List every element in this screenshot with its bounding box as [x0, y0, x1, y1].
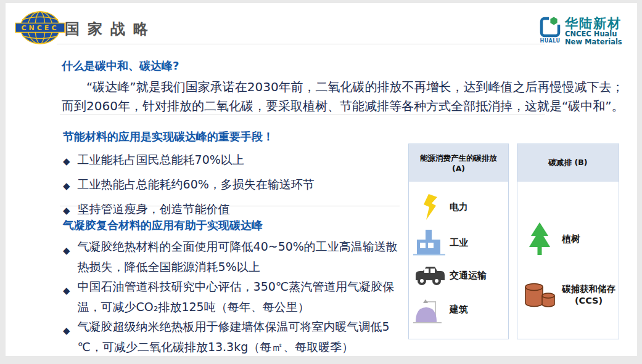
panel-item-label: 交通运输 — [450, 270, 487, 281]
diamond-bullet-icon: ◆ — [63, 201, 70, 218]
list-item: 碳捕获和储存 (CCS) — [517, 281, 619, 309]
list-item: ◆ 气凝胶绝热材料的全面使用可降低40~50%的工业高温输送散热损失，降低全国能… — [63, 237, 403, 277]
hualu-name-en-2: New Materials — [565, 38, 622, 46]
car-icon — [409, 266, 450, 286]
diamond-bullet-icon: ◆ — [63, 237, 70, 261]
list-item: ◆ 工业热能占总能耗约60%，多损失在输送环节 — [63, 177, 408, 193]
panel-item-label: 工业 — [450, 237, 468, 249]
bullet-text: 工业热能占总能耗约60%，多损失在输送环节 — [78, 177, 315, 192]
list-item: ◆ 坚持管道瘦身，创造节能价值 — [63, 201, 408, 218]
cncec-logo-text: CNCEC — [22, 24, 59, 32]
cncec-logo: CNCEC — [15, 10, 65, 45]
hualu-mark-label: HUALU — [540, 38, 561, 44]
list-item: 植树 — [517, 222, 619, 256]
section-energy-heading: 节能材料的应用是实现碳达峰的重要手段！ — [63, 129, 408, 144]
list-item: 工业 — [409, 230, 508, 256]
panel-carbon-reduction: 碳减排 (B) 植树 — [517, 144, 619, 339]
building-icon — [409, 296, 450, 324]
section-divider-1 — [60, 115, 545, 115]
title-divider — [57, 44, 545, 44]
list-item: ◆ 中国石油管道科技研究中心评估，350℃蒸汽管道用气凝胶保温，可减少CO₂排放… — [63, 277, 403, 317]
factory-icon — [409, 230, 450, 256]
hualu-logo: HUALU 华陆新材 CNCEC Hualu New Materials — [539, 17, 622, 46]
panel-item-label: 植树 — [562, 233, 580, 245]
lightning-icon — [409, 194, 450, 220]
bullet-text: 中国石油管道科技研究中心评估，350℃蒸汽管道用气凝胶保温，可减少CO₂排放12… — [78, 277, 400, 317]
bullet-text: 坚持管道瘦身，创造节能价值 — [78, 201, 230, 216]
intro-line-2: 而到2060年，针对排放的二氧化碳，要采取植树、节能减排等各种方式全部抵消掉，这… — [62, 97, 624, 116]
section-aerogel-bullets: ◆ 气凝胶绝热材料的全面使用可降低40~50%的工业高温输送散热损失，降低全国能… — [63, 237, 403, 357]
panel-emission-title: 能源消费产生的碳排放 (A) — [409, 144, 508, 182]
bullet-text: 工业能耗占国民总能耗70%以上 — [78, 152, 244, 167]
hualu-mark: HUALU — [539, 17, 561, 44]
intro-line-1: “碳达峰”就是我们国家承诺在2030年前，二氧化碳的排放不再增长，达到峰值之后再… — [62, 78, 624, 97]
diamond-bullet-icon: ◆ — [63, 317, 70, 341]
intro-heading: 什么是碳中和、碳达峰? — [62, 59, 179, 73]
panel-item-label: 电力 — [450, 201, 468, 213]
panel-carbon-emission: 能源消费产生的碳排放 (A) 电力 — [408, 144, 509, 339]
section-aerogel: 气凝胶复合材料的应用有助于实现碳达峰 ◆ 气凝胶绝热材料的全面使用可降低40~5… — [63, 218, 403, 357]
panel-item-label: 建筑 — [450, 304, 468, 315]
section-aerogel-heading: 气凝胶复合材料的应用有助于实现碳达峰 — [63, 218, 403, 233]
panel-reduction-body: 植树 碳捕获和储存 (CCS) — [517, 182, 619, 339]
panel-item-label: 碳捕获和储存 (CCS) — [562, 283, 615, 307]
panel-reduction-title: 碳减排 (B) — [517, 144, 619, 182]
list-item: ◆ 气凝胶超级纳米绝热板用于修建墙体保温可将室内暖气调低5 ℃，可减少二氧化碳排… — [63, 317, 403, 357]
hualu-wordmark: 华陆新材 CNCEC Hualu New Materials — [565, 17, 622, 46]
diamond-bullet-icon: ◆ — [63, 177, 70, 193]
barrels-icon — [517, 281, 562, 309]
tree-icon — [517, 222, 562, 256]
diamond-bullet-icon: ◆ — [63, 152, 70, 169]
page-title: 国家战略 — [65, 19, 156, 39]
ccs-label-sub: (CCS) — [562, 295, 615, 307]
intro-paragraph: “碳达峰”就是我们国家承诺在2030年前，二氧化碳的排放不再增长，达到峰值之后再… — [62, 78, 624, 116]
cncec-globe-icon: CNCEC — [15, 10, 65, 45]
section-divider-2 — [60, 206, 400, 206]
slide-canvas: CNCEC 国家战略 HUALU 华陆新材 CNCEC Hualu New Ma… — [6, 3, 637, 356]
list-item: ◆ 工业能耗占国民总能耗70%以上 — [63, 152, 408, 169]
diamond-bullet-icon: ◆ — [63, 277, 70, 301]
bullet-text: 气凝胶超级纳米绝热板用于修建墙体保温可将室内暖气调低5 ℃，可减少二氧化碳排放1… — [78, 317, 400, 357]
list-item: 建筑 — [409, 296, 508, 324]
hualu-name-cn: 华陆新材 — [565, 17, 622, 30]
section-energy-bullets: ◆ 工业能耗占国民总能耗70%以上 ◆ 工业热能占总能耗约60%，多损失在输送环… — [63, 152, 408, 218]
list-item: 电力 — [409, 194, 508, 220]
bullet-text: 气凝胶绝热材料的全面使用可降低40~50%的工业高温输送散热损失，降低全国能源消… — [78, 237, 400, 277]
hualu-mark-icon — [540, 17, 561, 38]
ccs-label-main: 碳捕获和储存 — [562, 283, 615, 295]
panel-emission-body: 电力 工业 — [409, 182, 508, 339]
list-item: 交通运输 — [409, 266, 508, 286]
section-energy: 节能材料的应用是实现碳达峰的重要手段！ ◆ 工业能耗占国民总能耗70%以上 ◆ … — [63, 129, 408, 218]
